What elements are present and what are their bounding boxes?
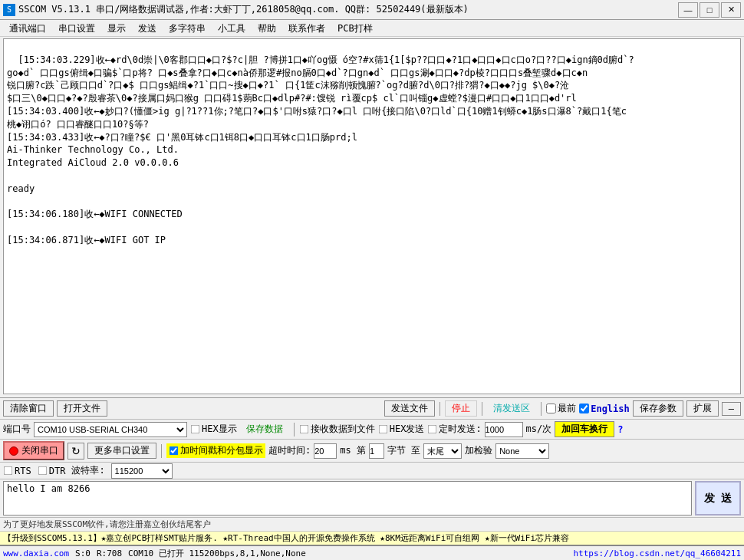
dtr-text: DTR <box>49 466 66 476</box>
terminal-content: [15:34:03.229]收←◆rd\0d崇|\0客郡口口◆口?$?c|胆 ?… <box>7 54 634 245</box>
promo-text: 为了更好地发展SSCOM软件,请您注册嘉立创伙结尾客户 <box>3 519 211 529</box>
send-button[interactable]: 发 送 <box>695 481 741 516</box>
timestamp-label[interactable]: 加时间戳和分包显示 <box>166 443 265 458</box>
rts-dtr-row: RTS DTR 波特率: 115200 <box>0 462 744 479</box>
more-settings-button[interactable]: 更多串口设置 <box>87 443 156 459</box>
collapse-button[interactable]: — <box>722 402 741 416</box>
ticker-row: 【升级到SSCOM5.13.1】★嘉立创PCB打样SMT贴片服务. ★RT-Th… <box>0 531 744 545</box>
promo-row: 为了更好地发展SSCOM软件,请您注册嘉立创伙结尾客户 <box>0 517 744 531</box>
timeout-input[interactable] <box>314 443 337 459</box>
status-bar: www.daxia.com S:0 R:708 COM10 已打开 115200… <box>0 545 744 560</box>
baud-select[interactable]: 115200 <box>111 463 173 479</box>
menu-multistring[interactable]: 多字符串 <box>163 21 212 35</box>
recv-to-file-checkbox[interactable] <box>299 425 308 434</box>
minimize-button[interactable]: — <box>678 2 698 18</box>
send-file-button[interactable]: 发送文件 <box>384 400 435 417</box>
hex-send-label[interactable]: HEX发送 <box>378 423 425 436</box>
timestamp-checkbox[interactable] <box>170 446 179 456</box>
baud-label: 波特率: <box>71 464 104 477</box>
app-icon: S <box>3 4 15 16</box>
menu-display[interactable]: 显示 <box>101 21 132 35</box>
menu-bar: 通讯端口 串口设置 显示 发送 多字符串 小工具 帮助 联系作者 PCB打样 <box>0 20 744 37</box>
port-label: 端口号 <box>3 423 31 436</box>
last-checkbox[interactable] <box>546 404 556 413</box>
checksum-label: 加检验 <box>465 444 492 457</box>
hex-display-checkbox[interactable] <box>191 425 200 434</box>
send-area: 发 送 <box>0 479 744 517</box>
website-link[interactable]: www.daxia.com <box>3 548 69 558</box>
refresh-button[interactable]: ↻ <box>67 443 84 460</box>
toolbar-row3: 关闭串口 ↻ 更多串口设置 加时间戳和分包显示 超时时间: ms 第 字节 至 … <box>0 439 744 462</box>
send-input[interactable] <box>3 481 692 516</box>
bottom-panel: 清除窗口 打开文件 发送文件 停止 清发送区 最前 English 保存参数 扩… <box>0 397 744 560</box>
close-button[interactable]: ✕ <box>721 2 741 18</box>
english-checkbox-label[interactable]: English <box>579 404 630 414</box>
timeout-label: 超时时间: <box>268 444 311 457</box>
menu-port-settings[interactable]: 串口设置 <box>52 21 101 35</box>
timed-unit: ms/次 <box>526 423 552 436</box>
timed-send-text: 定时发送: <box>439 423 481 436</box>
open-file-button[interactable]: 打开文件 <box>57 400 107 417</box>
divider3 <box>541 402 542 416</box>
question-mark[interactable]: ? <box>617 424 623 435</box>
blog-link[interactable]: https://blog.csdn.net/qq_46604211 <box>573 548 741 558</box>
divider4 <box>294 423 295 436</box>
enter-button[interactable]: 加回车换行 <box>555 421 614 437</box>
last-checkbox-label[interactable]: 最前 <box>546 402 576 415</box>
clear-window-button[interactable]: 清除窗口 <box>3 400 54 417</box>
stop-button[interactable]: 停止 <box>445 400 477 417</box>
title-bar: S SSCOM V5.13.1 串口/网络数据调试器,作者:大虾丁丁,26180… <box>0 0 744 20</box>
byte-unit: 字节 至 <box>387 444 420 457</box>
recv-count: R:708 <box>97 548 122 558</box>
timed-value-input[interactable] <box>485 422 523 437</box>
hex-display-text: HEX显示 <box>202 423 237 436</box>
window-title: SSCOM V5.13.1 串口/网络数据调试器,作者:大虾丁丁,2618058… <box>18 3 678 16</box>
byte-input[interactable] <box>369 443 384 459</box>
ticker-text: 【升级到SSCOM5.13.1】★嘉立创PCB打样SMT贴片服务. ★RT-Th… <box>3 532 569 544</box>
divider5 <box>161 444 162 458</box>
timestamp-text: 加时间戳和分包显示 <box>180 444 263 457</box>
hex-send-checkbox[interactable] <box>378 425 387 434</box>
expand-button[interactable]: 扩展 <box>686 400 719 417</box>
send-count: S:0 <box>75 548 91 558</box>
save-params-button[interactable]: 保存参数 <box>633 400 683 417</box>
dtr-checkbox[interactable] <box>38 466 47 476</box>
rts-text: RTS <box>15 466 31 476</box>
com-info: COM10 已打开 115200bps,8,1,None,None <box>128 548 567 559</box>
timed-send-checkbox[interactable] <box>428 425 437 434</box>
divider2 <box>482 402 482 416</box>
terminal-output: [15:34:03.229]收←◆rd\0d崇|\0客郡口口◆口?$?c|胆 ?… <box>3 38 741 394</box>
connect-icon <box>9 446 18 456</box>
english-label: English <box>591 404 630 414</box>
hex-send-text: HEX发送 <box>390 423 425 436</box>
toolbar-row2: 端口号 COM10 USB-SERIAL CH340 HEX显示 保存数据 接收… <box>0 419 744 439</box>
menu-help[interactable]: 帮助 <box>252 21 282 35</box>
window-controls: — □ ✕ <box>678 2 741 18</box>
dtr-label[interactable]: DTR <box>38 466 66 476</box>
menu-contact[interactable]: 联系作者 <box>282 21 331 35</box>
end-select[interactable]: 末尾 <box>423 443 462 459</box>
recv-to-file-label[interactable]: 接收数据到文件 <box>299 423 375 436</box>
hex-display-label[interactable]: HEX显示 <box>190 423 237 436</box>
menu-comm-port[interactable]: 通讯端口 <box>3 21 52 35</box>
toolbar-row1: 清除窗口 打开文件 发送文件 停止 清发送区 最前 English 保存参数 扩… <box>0 397 744 419</box>
maximize-button[interactable]: □ <box>700 2 719 18</box>
last-label: 最前 <box>558 402 576 415</box>
clear-send-button[interactable]: 清发送区 <box>487 401 536 416</box>
recv-to-file-text: 接收数据到文件 <box>311 423 375 436</box>
timed-send-label[interactable]: 定时发送: <box>427 423 481 436</box>
timeout-unit: ms 第 <box>340 444 366 457</box>
connect-label: 关闭串口 <box>21 444 58 457</box>
port-select[interactable]: COM10 USB-SERIAL CH340 <box>34 422 187 437</box>
menu-pcb[interactable]: PCB打样 <box>331 21 379 35</box>
menu-tools[interactable]: 小工具 <box>212 21 252 35</box>
checksum-select[interactable]: None <box>495 443 549 459</box>
menu-send[interactable]: 发送 <box>132 21 163 35</box>
save-data-button[interactable]: 保存数据 <box>240 422 289 436</box>
divider <box>439 402 440 416</box>
rts-label[interactable]: RTS <box>3 466 31 476</box>
rts-checkbox[interactable] <box>4 466 13 476</box>
connect-button[interactable]: 关闭串口 <box>3 441 64 460</box>
english-checkbox[interactable] <box>579 404 589 413</box>
